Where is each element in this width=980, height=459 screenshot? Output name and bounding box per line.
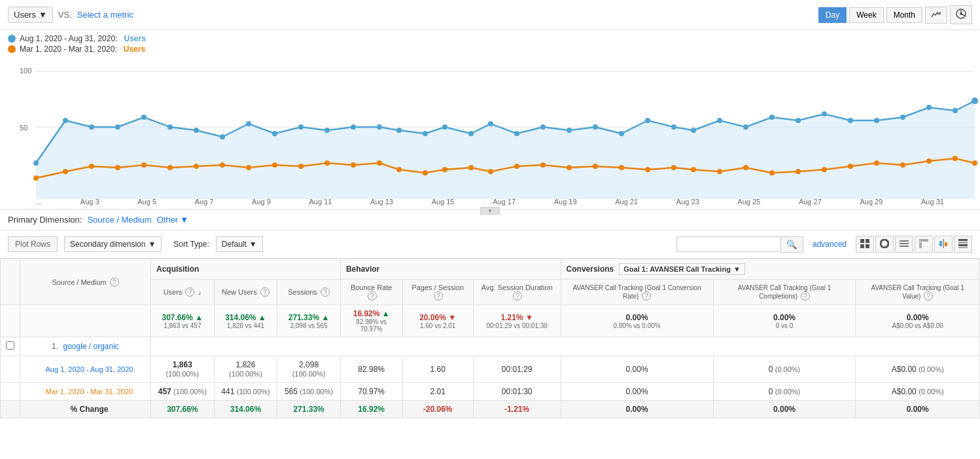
legend-dot-mar: [8, 45, 16, 53]
plot-rows-button[interactable]: Plot Rows: [8, 236, 58, 252]
legend-dot-aug: [8, 35, 16, 43]
avanser-conv-help[interactable]: ?: [642, 291, 651, 301]
sessions-help[interactable]: ?: [321, 287, 330, 297]
source-medium-link[interactable]: Source / Medium: [87, 215, 151, 225]
svg-point-13: [141, 115, 147, 120]
other-arrow: ▼: [180, 215, 188, 225]
summary-source: [20, 305, 151, 337]
search-box: 🔍: [676, 236, 803, 253]
svg-point-29: [540, 124, 546, 130]
other-dropdown[interactable]: Other ▼: [157, 215, 188, 225]
legend-mar-metric: Users: [124, 45, 145, 54]
svg-point-81: [900, 162, 905, 168]
svg-point-26: [468, 131, 474, 136]
period-controls: Day Week Month: [818, 5, 972, 24]
summary-pages: 20.06% ▼ 1.60 vs 2.01: [402, 305, 473, 337]
select-metric-link[interactable]: Select a metric: [77, 10, 133, 20]
svg-point-35: [691, 128, 696, 133]
svg-point-43: [900, 115, 905, 120]
row-1-aug-label: Aug 1, 2020 - Aug 31, 2020: [20, 356, 151, 383]
row-1-change-newusers: 314.06%: [214, 401, 277, 418]
chart-legend: Aug 1, 2020 - Aug 31, 2020: Users Mar 1,…: [0, 30, 980, 59]
svg-point-71: [645, 167, 650, 172]
compare-view-button[interactable]: [934, 236, 953, 253]
search-input[interactable]: [676, 236, 781, 252]
week-button[interactable]: Week: [849, 7, 883, 23]
summary-row: 307.66% ▲ 1,863 vs 457 314.06% ▲ 1,826 v…: [1, 305, 980, 337]
svg-point-41: [848, 118, 853, 123]
bounce-rate-help[interactable]: ?: [368, 291, 377, 301]
pages-session-help[interactable]: ?: [434, 291, 443, 301]
svg-point-59: [351, 162, 356, 168]
users-metric-dropdown[interactable]: Users ▼: [8, 7, 53, 23]
svg-point-82: [926, 158, 932, 164]
header-pages-session: Pages / Session ?: [402, 280, 473, 305]
summary-bounce-rate: 16.92% ▲ 82.98% vs 70.97%: [340, 305, 402, 337]
table-view-button[interactable]: [954, 236, 972, 253]
table-row-1-mar: Mar 1, 2020 - Mar 31, 2020 457 (100.00%)…: [1, 383, 980, 401]
svg-point-52: [167, 165, 173, 170]
header-users: Users ? ↓: [151, 280, 215, 305]
month-button[interactable]: Month: [886, 7, 922, 23]
search-button[interactable]: 🔍: [781, 236, 803, 253]
svg-point-11: [89, 124, 94, 130]
secondary-dimension-dropdown[interactable]: Secondary dimension ▼: [64, 236, 162, 252]
top-controls: Users ▼ VS. Select a metric Day Week Mon…: [0, 0, 980, 30]
day-button[interactable]: Day: [818, 7, 847, 23]
svg-point-15: [194, 128, 199, 133]
svg-point-72: [671, 165, 676, 170]
svg-point-77: [796, 169, 801, 174]
svg-point-45: [953, 108, 958, 113]
scroll-handle[interactable]: ▼: [0, 207, 980, 215]
google-organic-link[interactable]: google / organic: [63, 342, 118, 351]
svg-point-64: [468, 165, 474, 170]
pivot-view-button[interactable]: [915, 236, 933, 253]
header-acquisition-group: Acquisition: [151, 259, 341, 280]
svg-point-21: [351, 124, 356, 130]
source-medium-help[interactable]: ?: [110, 278, 119, 287]
goal-dropdown-arrow: ▼: [733, 265, 741, 273]
svg-point-50: [115, 165, 120, 170]
svg-point-20: [324, 128, 330, 133]
users-sort[interactable]: ↓: [198, 288, 201, 296]
svg-point-69: [593, 164, 598, 169]
svg-point-23: [396, 128, 402, 133]
table-controls: Plot Rows Secondary dimension ▼ Sort Typ…: [0, 230, 980, 259]
row-1-aug-avgsession: 00:01:29: [473, 356, 561, 383]
donut-view-button[interactable]: [875, 236, 894, 253]
svg-point-63: [442, 167, 447, 172]
pie-chart-button[interactable]: [950, 5, 972, 24]
sort-default-dropdown[interactable]: Default ▼: [216, 236, 263, 252]
avg-session-help[interactable]: ?: [513, 291, 522, 301]
advanced-link[interactable]: advanced: [813, 240, 847, 249]
svg-point-31: [593, 124, 598, 130]
line-chart-button[interactable]: [925, 7, 947, 24]
svg-point-36: [717, 118, 722, 123]
svg-point-9: [33, 160, 39, 166]
header-avanser-completions: AVANSER Call Tracking (Goal 1 Completion…: [713, 280, 856, 305]
summary-value: 0.00% A$0.00 vs A$0.00: [856, 305, 980, 337]
svg-point-37: [743, 124, 748, 130]
svg-point-60: [377, 160, 382, 166]
svg-point-42: [874, 118, 879, 123]
analytics-table: Source / Medium ? Acquisition Behavior C…: [0, 259, 980, 418]
svg-point-75: [743, 165, 748, 170]
metric-label: Users: [14, 10, 36, 20]
goal-dropdown[interactable]: Goal 1: AVANSER Call Tracking ▼: [619, 263, 745, 275]
header-avanser-value: AVANSER Call Tracking (Goal 1 Value) ?: [856, 280, 980, 305]
list-view-button[interactable]: [895, 236, 913, 253]
svg-text:100: 100: [20, 67, 31, 75]
svg-point-30: [567, 128, 572, 133]
row-1-check[interactable]: [6, 341, 14, 350]
svg-rect-97: [945, 242, 947, 246]
avanser-value-help[interactable]: ?: [924, 291, 933, 301]
grid-view-button[interactable]: [856, 236, 874, 253]
svg-point-73: [691, 167, 696, 172]
avanser-comp-help[interactable]: ?: [801, 291, 810, 301]
new-users-help[interactable]: ?: [260, 287, 270, 297]
users-help[interactable]: ?: [185, 287, 194, 297]
svg-point-70: [619, 165, 624, 170]
header-avanser-conv-rate: AVANSER Call Tracking (Goal 1 Conversion…: [561, 280, 713, 305]
row-1-mar-completions: 0 (0.00%): [713, 383, 856, 401]
legend-aug: Aug 1, 2020 - Aug 31, 2020: Users: [8, 34, 972, 43]
